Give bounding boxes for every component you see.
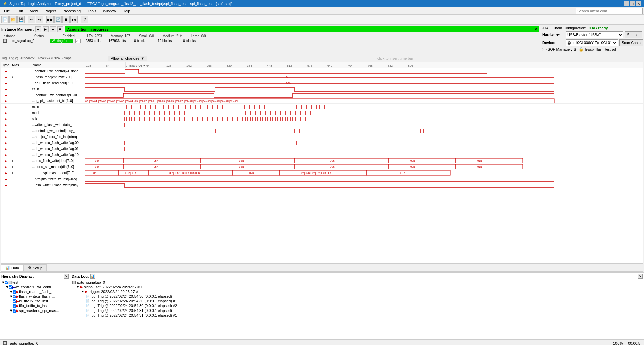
datalog-signal-set[interactable]: ▼ ▶ signal_set: 2022/02/24 20:26:27 #0: [72, 285, 643, 289]
inst-btn-2[interactable]: ▶: [43, 26, 49, 32]
hier-icon-1: ▶: [12, 285, 15, 289]
datalog-entry-3[interactable]: 📄 log: Trig @ 2022/02/24 20:54:31 (0:0:0…: [72, 308, 643, 313]
hier-item-wr[interactable]: ▼ ▶ wr_control:u_wr_contr...: [1, 285, 69, 289]
maximize-button[interactable]: □: [630, 1, 635, 6]
wr-name-5[interactable]: __control:u_wr_control|spi_vld: [31, 93, 85, 97]
hier-item-spi[interactable]: ▼ ▶ spi_master:u_spi_mas...: [1, 308, 69, 313]
wr-name-4[interactable]: cs_n: [31, 87, 85, 91]
datalog-instance[interactable]: 🔲 auto_signaltap_0: [72, 280, 643, 285]
menu-window[interactable]: Window: [100, 8, 119, 14]
inst-btn-3[interactable]: ▶: [50, 26, 56, 32]
close-button[interactable]: ✕: [636, 1, 641, 6]
data-tab-label: Data: [11, 266, 19, 270]
waveform-log-label: log. Trig @ 2022/02/26 13:48:24 (0:0:4.6…: [2, 56, 71, 60]
status-left: 🔲 auto_signaltap_0: [3, 341, 38, 345]
wr-name-13[interactable]: ...sh_write:u_flash_write|flag.00: [31, 141, 85, 145]
scan-chain-button[interactable]: Scan Chain: [619, 39, 643, 46]
hier-item-fifo-tx[interactable]: ▶ fifo_tx:fifo_tx_inst: [1, 303, 69, 308]
hier-item-flash-read[interactable]: ▼ ▶ flash_read:u_flash_...: [1, 289, 69, 294]
wr-name-6[interactable]: ...u_spi_master|cnt_bit[4..0]: [31, 99, 85, 103]
wr-name-11[interactable]: ...control:u_wr_control|busy_m: [31, 129, 85, 133]
jtag-setup-btn[interactable]: Setup...: [625, 31, 642, 38]
hier-check-3[interactable]: [13, 295, 16, 298]
wr-type-13: ▶: [1, 141, 11, 145]
wr-name-10[interactable]: ...write:u_flash_write|data_req: [31, 123, 85, 127]
acquisition-close[interactable]: ✕: [535, 27, 537, 31]
jtag-status: JTAG ready: [588, 26, 608, 30]
allow-changes-button[interactable]: Allow all changes ▼: [108, 56, 147, 61]
datalog-header: Data Log: 📊 ✕: [72, 274, 643, 279]
wr-name-15[interactable]: ...sh_write:u_flash_write|flag.10: [31, 153, 85, 157]
wr-name-7[interactable]: miso: [31, 105, 85, 109]
toolbar-redo[interactable]: ↪: [36, 16, 43, 23]
wr-wave-17: 06h 05h 06h D8h 00h 01h: [85, 164, 643, 170]
setup-tab[interactable]: ⚙ Setup: [23, 264, 47, 271]
datalog-entry-1[interactable]: 📄 log: Trig @ 2022/02/24 20:54:30 (0:0:0…: [72, 299, 643, 303]
wr-name-14[interactable]: ...sh_write:u_flash_write|flag.01: [31, 147, 85, 151]
toolbar-autorun[interactable]: 🔄: [54, 16, 62, 23]
toolbar-stop[interactable]: ⏹: [62, 16, 70, 23]
toolbar-help[interactable]: ?: [81, 16, 88, 23]
jtag-hardware-select[interactable]: USB-Blaster [USB-0]: [566, 31, 623, 38]
wr-name-2[interactable]: ... flash_read|cnt_byte[2..0]: [31, 75, 85, 79]
datalog-entry-2[interactable]: 📄 log: Trig @ 2022/02/24 20:54:30 (0:0:0…: [72, 303, 643, 308]
hier-check-0[interactable]: [5, 281, 8, 284]
inst-btn-4[interactable]: ⏹: [57, 26, 63, 32]
toolbar-undo[interactable]: ↩: [28, 16, 35, 23]
toolbar-save[interactable]: 💾: [17, 16, 25, 23]
minimize-button[interactable]: ─: [624, 1, 629, 6]
menu-help[interactable]: Help: [120, 8, 133, 14]
datalog-entry-0[interactable]: 📄 log: Trig @ 2022/02/24 20:54:30 (0:0:0…: [72, 294, 643, 299]
wr-wave-9: [85, 116, 643, 122]
hier-check-5[interactable]: [13, 304, 16, 308]
hier-check-2[interactable]: [13, 290, 16, 294]
menu-processing[interactable]: Processing: [60, 8, 84, 14]
wr-type-11: ▶: [1, 129, 11, 133]
wave-row-19: ▶ ...ntrol|fifo_tx:fifo_tx_inst|wrreq: [1, 176, 643, 182]
hier-item-rx-fifo[interactable]: ▶ rx_fifo:rx_fifo_inst: [1, 299, 69, 303]
instance-check[interactable]: ✓: [75, 39, 81, 43]
wr-wave-7: [85, 104, 643, 110]
menu-file[interactable]: File: [1, 8, 13, 14]
data-tab[interactable]: 📊 Data: [1, 264, 23, 271]
inst-btn-1[interactable]: ◀: [35, 26, 41, 32]
wr-name-12[interactable]: ...ntrol|rx_fifo:rx_fifo_inst|rdreq: [31, 135, 85, 139]
wr-name-3[interactable]: ...ad:u_flash_read|dout[7..0]: [31, 81, 85, 85]
hier-item-flash-write[interactable]: ▼ ▶ flash_write:u_flash_...: [1, 294, 69, 299]
menu-project[interactable]: Project: [42, 8, 58, 14]
wr-name-9[interactable]: sck: [31, 117, 85, 121]
menu-view[interactable]: View: [27, 8, 41, 14]
hier-check-1[interactable]: [9, 285, 12, 289]
wr-name-8[interactable]: mosi: [31, 111, 85, 115]
datalog-trigger[interactable]: ▼ ▶ trigger: 2022/02/24 20:26:27 #1: [72, 289, 643, 294]
toolbar-run[interactable]: ▶▶: [46, 16, 54, 23]
wr-name-1[interactable]: ...control:u_wr_control|wr_done: [31, 69, 85, 73]
wr-name-16[interactable]: ...ite:u_flash_write|dout[7..0]: [31, 159, 85, 163]
svg-rect-30: [201, 158, 294, 163]
wr-name-19[interactable]: ...ntrol|fifo_tx:fifo_tx_inst|wrreq: [31, 177, 85, 181]
toolbar-open[interactable]: 📂: [9, 16, 17, 23]
menu-tools[interactable]: Tools: [85, 8, 99, 14]
menu-edit[interactable]: Edit: [14, 8, 26, 14]
jtag-device-label: Device:: [542, 41, 564, 45]
wr-name-17[interactable]: ...ster:u_spi_master|din[7..0]: [31, 165, 85, 169]
hier-check-4[interactable]: [13, 299, 16, 303]
svg-text:00h: 00h: [286, 82, 291, 85]
hierarchy-close[interactable]: ✕: [64, 274, 69, 279]
hier-item-test[interactable]: ▼ 🔲 test: [1, 280, 69, 285]
col-large: Large: 0/0: [191, 34, 206, 38]
hier-check-6[interactable]: [13, 309, 16, 313]
search-input[interactable]: [576, 8, 643, 14]
click-insert-label[interactable]: click to insert time bar: [149, 56, 642, 60]
wr-type-4: ▶: [1, 88, 11, 91]
svg-rect-48: [455, 164, 523, 169]
datalog-icon[interactable]: 📊: [90, 274, 95, 279]
wr-name-20[interactable]: ...lash_write:u_flash_write|busy: [31, 183, 85, 187]
datalog-entry-4[interactable]: 📄 log: Trig @ 2022/02/24 20:54:31 (0:0:0…: [72, 313, 643, 318]
jtag-device-select[interactable]: @1: 10CL006(Y|Z)/10CL01: [566, 39, 618, 46]
wr-name-18[interactable]: ...ter:u_spi_master|dout[7..0]: [31, 171, 85, 175]
toolbar-new[interactable]: 📄: [1, 16, 9, 23]
instance-name[interactable]: auto_signaltap_0: [9, 39, 49, 43]
datalog-close[interactable]: ✕: [638, 274, 643, 279]
toolbar-step[interactable]: ⏭: [70, 16, 78, 23]
